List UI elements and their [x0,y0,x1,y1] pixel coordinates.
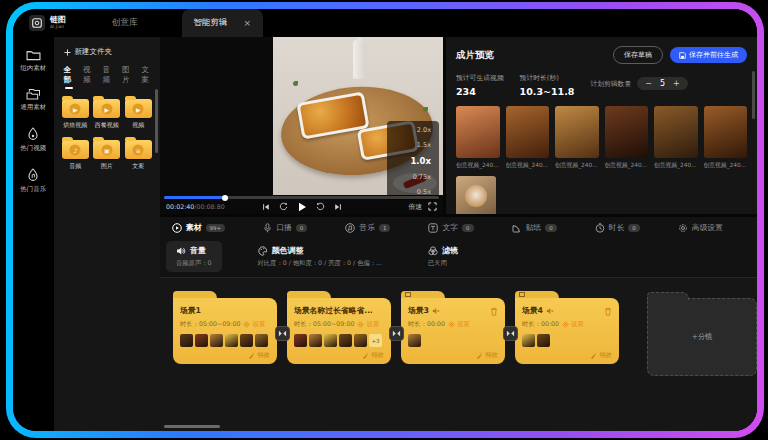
scene-clip-thumb[interactable] [354,334,367,347]
scene-clip-thumb[interactable] [180,334,193,347]
generated-video-thumb-5[interactable]: 创意视频_240... [704,106,748,170]
folder-item-5[interactable]: ≡ 文案 [125,140,152,171]
add-scene-button[interactable]: +分镜 [647,298,757,376]
generated-video-thumb-4[interactable]: 创意视频_240... [654,106,698,170]
editor-tab-0[interactable]: 素材 99+ [172,222,225,233]
speed-option-0.5x[interactable]: 0.5x [417,188,431,196]
scene-effects-button[interactable]: 特效 [362,351,384,360]
generated-thumb-extra[interactable] [456,176,496,214]
library-scrollbar[interactable] [155,89,158,153]
editor-tab-4[interactable]: 贴纸 0 [512,222,557,233]
tab-smart-edit[interactable]: 智能剪辑 × [182,9,264,37]
increment-button[interactable]: + [673,79,680,88]
next-frame-icon[interactable] [334,203,342,211]
preview-scrollbar[interactable] [752,71,755,119]
scene-settings-button[interactable]: 设置 [448,320,470,329]
prev-frame-icon[interactable] [262,203,270,211]
scene-clip-thumb[interactable] [294,334,307,347]
decrement-button[interactable]: − [645,79,652,88]
library-tab-0[interactable]: 全部 [64,65,74,89]
sidebar-item-1[interactable]: 通用素材 [20,88,46,112]
transition-button[interactable] [275,326,290,341]
setting-0[interactable]: 音量 音频原声：0 [166,241,222,272]
scene-card-4[interactable]: 场景4 时长：00:00 设置 特效 [515,291,619,364]
folder-item-1[interactable]: ▶ 西餐视频 [93,99,120,130]
fullscreen-icon[interactable] [428,202,437,211]
rewind-icon[interactable] [279,202,288,211]
save-draft-button[interactable]: 保存草稿 [613,46,663,64]
speed-button[interactable]: 倍速 [408,202,422,212]
scene-clip-thumb[interactable] [240,334,253,347]
transition-button[interactable] [503,326,518,341]
generated-video-thumb-2[interactable]: 创意视频_240... [555,106,599,170]
scene-clip-thumb[interactable] [339,334,352,347]
folder-item-3[interactable]: ♪ 音频 [62,140,89,171]
forward-icon[interactable] [316,202,325,211]
scene-clip-thumb[interactable] [324,334,337,347]
delete-scene-button[interactable] [490,307,498,316]
editor-tab-6[interactable]: 高级设置 [678,222,723,233]
editor-tab-3[interactable]: 文字 0 [428,222,473,233]
folder-label: 图片 [101,162,113,171]
flame-music-icon [27,168,39,182]
scene-settings-button[interactable]: 设置 [243,320,265,329]
scene-effects-button[interactable]: 特效 [476,351,498,360]
app-window: 链图AI Jian 创意库 智能剪辑 × 组内素材 通用素材 热门视频 热门音乐 [13,9,757,431]
setting-2[interactable]: 滤镜 已关闭 [418,241,468,272]
generated-video-thumb-3[interactable]: 创意视频_240... [605,106,649,170]
folder-item-4[interactable]: ▣ 图片 [93,140,120,171]
speed-option-0.75x[interactable]: 0.75x [413,173,431,181]
delete-scene-button[interactable] [604,307,612,316]
generated-video-thumb-1[interactable]: 创意视频_240... [506,106,550,170]
speed-option-2.0x[interactable]: 2.0x [417,126,431,134]
music-icon [345,223,355,233]
speed-option-1.0x[interactable]: 1.0x [410,156,431,166]
library-tab-2[interactable]: 音频 [103,65,113,89]
library-tab-4[interactable]: 文案 [142,65,152,89]
scene-audio-icon[interactable] [546,307,554,315]
doc-icon: ≡ [133,144,144,155]
scene-effects-button[interactable]: 特效 [590,351,612,360]
scene-clip-thumb[interactable] [522,334,535,347]
setting-1[interactable]: 颜色调整 对比度：0 / 饱和度：0 / 亮度：0 / 色偏：... [248,241,393,272]
speed-menu: 2.0x 1.5x 1.0x 0.75x 0.5x [387,121,439,200]
new-folder-button[interactable]: 新建文件夹 [62,45,152,65]
sidebar-item-3[interactable]: 热门音乐 [20,168,46,194]
scene-clip-thumb[interactable] [225,334,238,347]
library-tab-1[interactable]: 视频 [83,65,93,89]
generated-video-thumb-0[interactable]: 创意视频_240... [456,106,500,170]
editor-tab-5[interactable]: 时长 0 [595,222,640,233]
scene-title: 场景1 [180,305,201,316]
more-clips-badge[interactable]: +3 [369,334,382,347]
sidebar-item-2[interactable]: 热门视频 [20,127,46,153]
clip-mark-icon [519,292,525,297]
folder-item-2[interactable]: ▶ 视频 [125,99,152,130]
scene-clip-thumb[interactable] [537,334,550,347]
scene-clip-thumb[interactable] [309,334,322,347]
scene-card-3[interactable]: 场景3 时长：00:00 设置 特效 [401,291,505,364]
save-and-generate-button[interactable]: 保存并前往生成 [670,47,747,63]
scene-clip-thumb[interactable] [210,334,223,347]
editor-tab-1[interactable]: 口播 0 [263,222,307,233]
folder-item-0[interactable]: ▶ 烘焙视频 [62,99,89,130]
scene-clips [180,334,270,347]
tab-creative-library[interactable]: 创意库 [112,17,138,29]
timeline-scrollbar[interactable] [164,425,220,428]
scene-clip-thumb[interactable] [408,334,421,347]
scene-card-2[interactable]: 场景名称过长省略省... 时长：05:00~09:00 设置 +3 特效 [287,291,391,364]
close-tab-icon[interactable]: × [244,18,252,28]
editor-tab-2[interactable]: 音乐 1 [345,222,390,233]
scene-settings-button[interactable]: 设置 [562,320,584,329]
speed-option-1.5x[interactable]: 1.5x [417,141,431,149]
scene-settings-button[interactable]: 设置 [357,320,379,329]
play-button[interactable] [297,202,307,212]
scene-audio-icon[interactable] [432,307,440,315]
scene-card-1[interactable]: 场景1 时长：05:00~09:00 设置 特效 [173,291,277,364]
library-tab-3[interactable]: 图片 [122,65,132,89]
scene-clip-thumb[interactable] [195,334,208,347]
transition-button[interactable] [389,326,404,341]
stat-videos: 预计可生成视频 234 [456,73,504,97]
sidebar-item-0[interactable]: 组内素材 [20,49,46,73]
scene-effects-button[interactable]: 特效 [248,351,270,360]
scene-clip-thumb[interactable] [255,334,268,347]
